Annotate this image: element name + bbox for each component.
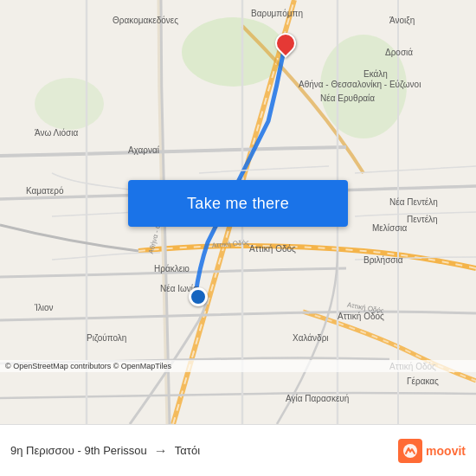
route-to: Τατόι bbox=[175, 444, 200, 457]
button-label: Take me there bbox=[187, 195, 289, 213]
svg-point-3 bbox=[35, 78, 104, 130]
moovit-icon bbox=[398, 439, 422, 463]
route-from: 9η Περισσου - 9th Perissou bbox=[10, 444, 147, 457]
destination-pin bbox=[275, 33, 293, 50]
bottom-bar: 9η Περισσου - 9th Perissou → Τατόι moovi… bbox=[0, 424, 476, 476]
moovit-logo: moovit bbox=[398, 439, 466, 463]
route-arrow: → bbox=[154, 443, 168, 459]
svg-point-2 bbox=[320, 35, 407, 138]
map-container: Αθήνα - Θεσσα Αττική Οδός Αττική Οδός Θρ… bbox=[0, 0, 476, 424]
map-attribution: © OpenStreetMap contributors © OpenMapTi… bbox=[0, 360, 476, 372]
moovit-text: moovit bbox=[426, 444, 466, 458]
take-me-there-button[interactable]: Take me there bbox=[128, 180, 348, 227]
origin-pin bbox=[189, 287, 203, 301]
